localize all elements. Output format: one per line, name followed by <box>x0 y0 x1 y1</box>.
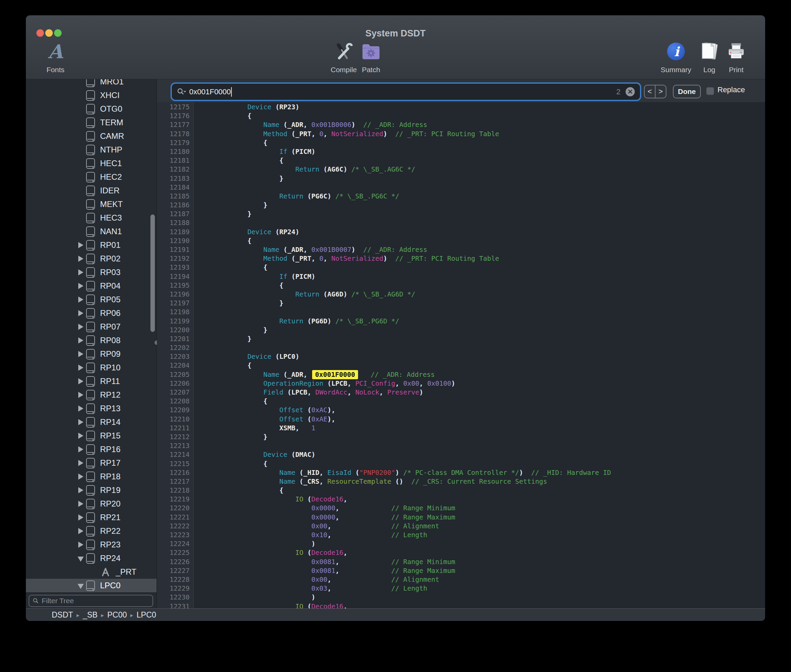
tree-item-rp24[interactable]: RP24 <box>26 552 157 565</box>
tree-item-rp04[interactable]: RP04 <box>26 279 157 293</box>
tree-item-hec1[interactable]: HEC1 <box>26 157 157 170</box>
disclosure-triangle-icon[interactable] <box>77 542 85 548</box>
tree-item-rp10[interactable]: RP10 <box>26 361 157 374</box>
tree-item-rp18[interactable]: RP18 <box>26 470 157 483</box>
line-number: 12192 <box>157 254 194 263</box>
disclosure-triangle-icon[interactable] <box>77 256 85 262</box>
code-token: Decode16 <box>312 603 344 609</box>
disclosure-triangle-icon[interactable] <box>77 338 85 344</box>
toolbar-print-button[interactable]: Print <box>709 40 764 74</box>
sidebar-scrollbar-thumb[interactable] <box>150 214 155 332</box>
breadcrumb-item[interactable]: DSDT <box>52 610 73 619</box>
disclosure-triangle-icon[interactable] <box>77 405 85 411</box>
disclosure-triangle-icon[interactable] <box>77 296 85 302</box>
disclosure-triangle-icon[interactable] <box>77 474 85 480</box>
tree-item-rp09[interactable]: RP09 <box>26 347 157 361</box>
code-token: ( <box>351 469 359 477</box>
tree-item-rp15[interactable]: RP15 <box>26 429 157 443</box>
tree-item-rp01[interactable]: RP01 <box>26 238 157 252</box>
disclosure-triangle-icon[interactable] <box>77 487 85 493</box>
tree-item-rp14[interactable]: RP14 <box>26 415 157 429</box>
code-token: Return <box>200 165 319 173</box>
code-text: } <box>194 326 267 334</box>
tree-item-hec3[interactable]: HEC3 <box>26 211 157 225</box>
tree-item-nan1[interactable]: NAN1 <box>26 225 157 238</box>
tree-item-mekt[interactable]: MEKT <box>26 197 157 211</box>
tree-item-term[interactable]: TERM <box>26 116 157 130</box>
code-token: ) <box>383 130 387 138</box>
tree-item-rp21[interactable]: RP21 <box>26 510 157 524</box>
tree-item-hec2[interactable]: HEC2 <box>26 170 157 184</box>
code-token: , <box>344 549 347 557</box>
code-token: Device <box>200 228 271 236</box>
disclosure-triangle-icon[interactable] <box>77 514 85 520</box>
breadcrumb-item[interactable]: _SB <box>83 610 97 619</box>
code-text: Offset (0xAE), <box>194 415 335 424</box>
tree-item-rp11[interactable]: RP11 <box>26 374 157 388</box>
done-button[interactable]: Done <box>673 85 701 98</box>
clear-search-button[interactable]: ✕ <box>626 87 635 96</box>
tree-item-rp07[interactable]: RP07 <box>26 320 157 334</box>
tree-item-label: RP04 <box>100 281 120 291</box>
tree-item-rp19[interactable]: RP19 <box>26 483 157 497</box>
line-number: 12226 <box>157 558 194 566</box>
tree-item-rp06[interactable]: RP06 <box>26 306 157 320</box>
search-input[interactable]: 0x001F0000 2 ✕ <box>172 84 640 100</box>
disclosure-triangle-icon[interactable] <box>77 582 85 589</box>
code-token: 0x10 <box>200 531 328 539</box>
tree-item-rp20[interactable]: RP20 <box>26 497 157 510</box>
tree-item-camr[interactable]: CAMR <box>26 130 157 143</box>
breadcrumb-item[interactable]: PC00 <box>107 610 127 619</box>
tree-item-rp16[interactable]: RP16 <box>26 443 157 456</box>
tree-item-rp17[interactable]: RP17 <box>26 456 157 470</box>
disclosure-triangle-icon[interactable] <box>77 460 85 466</box>
disclosure-triangle-icon[interactable] <box>77 324 85 330</box>
tree-item-nthp[interactable]: NTHP <box>26 143 157 157</box>
disclosure-triangle-icon[interactable] <box>77 392 85 398</box>
tree-item-mro1[interactable]: MRO1 <box>26 79 157 88</box>
code-line: 12196 Return (AG6D) /* \_SB_.AG6D */ <box>157 290 765 299</box>
find-next-button[interactable]: > <box>655 85 666 98</box>
tree-item-_prt[interactable]: _PRT <box>26 565 157 579</box>
filter-tree-field[interactable] <box>29 595 153 607</box>
tree-item-rp22[interactable]: RP22 <box>26 524 157 538</box>
tree-item-rp23[interactable]: RP23 <box>26 538 157 552</box>
tree-item-otg0[interactable]: OTG0 <box>26 102 157 116</box>
tree-item-rp13[interactable]: RP13 <box>26 402 157 415</box>
tree-item-rp08[interactable]: RP08 <box>26 334 157 347</box>
disclosure-triangle-icon[interactable] <box>77 310 85 316</box>
sidebar-tree-scroll[interactable]: MRO1XHCIOTG0TERMCAMRNTHPHEC1HEC2IDERMEKT… <box>26 79 157 593</box>
toolbar-patch-button[interactable]: Patch <box>344 40 398 74</box>
tree-item-xhci[interactable]: XHCI <box>26 88 157 102</box>
disclosure-triangle-icon[interactable] <box>77 528 85 534</box>
line-number: 12228 <box>157 575 194 584</box>
code-text: Return (PG6C) /* \_SB_.PG6C */ <box>194 192 399 201</box>
replace-checkbox[interactable] <box>706 87 714 95</box>
disclosure-triangle-icon[interactable] <box>77 555 85 562</box>
breadcrumb-item[interactable]: LPC0 <box>136 610 156 619</box>
disclosure-triangle-icon[interactable] <box>77 433 85 439</box>
code-text: { <box>194 486 283 495</box>
tree-item-rp02[interactable]: RP02 <box>26 252 157 266</box>
code-token: // _PRT: PCI Routing Table <box>387 130 499 138</box>
disclosure-triangle-icon[interactable] <box>77 242 85 248</box>
disclosure-triangle-icon[interactable] <box>77 419 85 425</box>
disclosure-triangle-icon[interactable] <box>77 501 85 507</box>
fonts-icon: A <box>28 40 83 62</box>
disclosure-triangle-icon[interactable] <box>77 283 85 289</box>
tree-item-lpc0[interactable]: LPC0 <box>26 579 157 592</box>
code-editor[interactable]: 12175 Device (RP23)12176 {12177 Name (_A… <box>157 102 765 608</box>
disclosure-triangle-icon[interactable] <box>77 365 85 371</box>
tree-item-rp03[interactable]: RP03 <box>26 266 157 279</box>
tree-item-ider[interactable]: IDER <box>26 184 157 197</box>
toolbar-fonts-button[interactable]: A Fonts <box>28 40 83 74</box>
disclosure-triangle-icon[interactable] <box>77 378 85 384</box>
disclosure-triangle-icon[interactable] <box>77 446 85 453</box>
line-number: 12221 <box>157 513 194 522</box>
tree-item-rp12[interactable]: RP12 <box>26 388 157 402</box>
filter-tree-input[interactable] <box>42 597 149 605</box>
disclosure-triangle-icon[interactable] <box>77 269 85 275</box>
tree-item-rp05[interactable]: RP05 <box>26 293 157 306</box>
find-previous-button[interactable]: < <box>645 85 655 98</box>
disclosure-triangle-icon[interactable] <box>77 351 85 357</box>
